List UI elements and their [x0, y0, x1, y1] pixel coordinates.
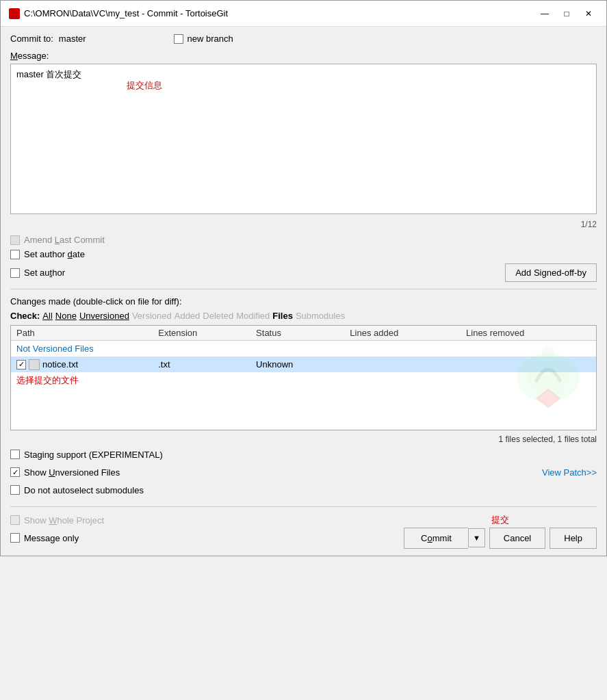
- show-whole-project-checkbox[interactable]: [10, 515, 20, 525]
- help-button[interactable]: Help: [550, 528, 597, 549]
- file-checkbox[interactable]: [16, 360, 26, 370]
- no-autoselect-row: Do not autoselect submodules: [10, 485, 597, 495]
- staging-label[interactable]: Staging support (EXPERIMENTAL): [24, 450, 163, 460]
- message-textarea[interactable]: master 首次提交: [10, 64, 597, 214]
- show-unversioned-label[interactable]: Show Unversioned Files: [24, 467, 120, 478]
- separator-1: [10, 289, 597, 289]
- bottom-right: Commit ▼ Cancel Help: [404, 528, 597, 549]
- file-table: Path Extension Status Lines added Lines …: [11, 326, 596, 430]
- title-bar-left: C:\OMRON\Data\VC\my_test - Commit - Tort…: [9, 8, 228, 19]
- staging-row: Staging support (EXPERIMENTAL): [10, 450, 597, 460]
- file-status: Unknown: [250, 357, 344, 372]
- no-autoselect-label[interactable]: Do not autoselect submodules: [24, 485, 144, 495]
- filter-modified[interactable]: Modified: [236, 311, 270, 321]
- bottom-left: Show Whole Project Message only: [10, 515, 104, 547]
- set-author-date-checkbox[interactable]: [10, 250, 20, 259]
- group-header-label: Not Versioned Files: [11, 341, 596, 357]
- file-extension: .txt: [153, 357, 250, 372]
- show-whole-project-label[interactable]: Show Whole Project: [24, 515, 104, 526]
- show-unversioned-row: Show Unversioned Files: [10, 467, 120, 478]
- check-label: Check:: [10, 311, 40, 321]
- set-author-date-row: Set author date: [10, 249, 85, 259]
- main-window: C:\OMRON\Data\VC\my_test - Commit - Tort…: [0, 0, 607, 556]
- branch-name: master: [59, 34, 86, 44]
- set-author-checkbox[interactable]: [10, 268, 20, 278]
- changes-section: Changes made (double-click on file for d…: [10, 296, 597, 447]
- table-row[interactable]: notice.txt .txt Unknown: [11, 357, 596, 372]
- message-counter: 1/12: [10, 220, 597, 229]
- content-area: Commit to: master new branch Message: ma…: [1, 27, 606, 556]
- commit-btn-group: Commit ▼: [404, 528, 485, 549]
- col-path: Path: [11, 326, 153, 341]
- cancel-button[interactable]: Cancel: [489, 528, 545, 549]
- filter-row: Check: All None Unversioned Versioned Ad…: [10, 311, 597, 321]
- show-unversioned-checkbox[interactable]: [10, 467, 20, 477]
- set-author-row: Set author: [10, 268, 85, 278]
- maximize-button[interactable]: □: [557, 6, 576, 21]
- filter-versioned[interactable]: Versioned: [132, 311, 172, 321]
- col-status: Status: [250, 326, 344, 341]
- new-branch-label: new branch: [188, 34, 233, 44]
- message-only-checkbox[interactable]: [10, 533, 20, 543]
- commit-to-row: Commit to: master new branch: [10, 34, 597, 44]
- group-not-versioned: Not Versioned Files: [11, 341, 596, 357]
- empty-row: [11, 389, 596, 430]
- show-whole-project-row: Show Whole Project: [10, 515, 104, 526]
- message-only-row: Message only: [10, 533, 104, 543]
- message-section: Message: master 首次提交 提交信息 1/12: [10, 51, 597, 229]
- no-autoselect-checkbox[interactable]: [10, 485, 20, 495]
- separator-2: [10, 506, 597, 507]
- file-cell-checkbox-path: notice.txt: [11, 357, 153, 372]
- changes-title: Changes made (double-click on file for d…: [10, 296, 597, 307]
- new-branch-checkbox[interactable]: [174, 34, 183, 44]
- file-annotation: 选择提交的文件: [16, 375, 79, 385]
- staging-checkbox[interactable]: [10, 450, 20, 459]
- bottom-options: Staging support (EXPERIMENTAL) Show Unve…: [10, 450, 597, 500]
- filter-files[interactable]: Files: [272, 311, 293, 321]
- table-header-row: Path Extension Status Lines added Lines …: [11, 326, 596, 341]
- amend-label[interactable]: Amend Last Commit: [24, 235, 105, 245]
- amend-checkbox[interactable]: [10, 235, 20, 245]
- signoff-button[interactable]: Add Signed-off-by: [505, 263, 597, 282]
- annotation-row: 选择提交的文件: [11, 372, 596, 389]
- app-icon: [9, 8, 20, 19]
- file-icon: [29, 359, 40, 370]
- col-lines-removed: Lines removed: [461, 326, 596, 341]
- author-options: Set author date Set author: [10, 249, 85, 282]
- filter-none[interactable]: None: [55, 311, 77, 321]
- title-bar: C:\OMRON\Data\VC\my_test - Commit - Tort…: [1, 1, 606, 27]
- minimize-button[interactable]: —: [535, 6, 554, 21]
- view-patch-link[interactable]: View Patch>>: [542, 467, 597, 478]
- commit-to-label: Commit to:: [10, 34, 53, 44]
- file-lines-added: [344, 357, 461, 372]
- commit-chinese-label: 提交: [491, 514, 509, 526]
- commit-dropdown-button[interactable]: ▼: [468, 528, 485, 547]
- col-extension: Extension: [153, 326, 250, 341]
- window-title: C:\OMRON\Data\VC\my_test - Commit - Tort…: [24, 8, 228, 18]
- close-button[interactable]: ✕: [579, 6, 598, 21]
- commit-button[interactable]: Commit: [404, 528, 468, 549]
- message-label: Message:: [10, 51, 597, 61]
- file-table-container: Path Extension Status Lines added Lines …: [10, 325, 597, 430]
- filter-submodules[interactable]: Submodules: [296, 311, 345, 321]
- files-summary: 1 files selected, 1 files total: [499, 435, 597, 444]
- amend-row: Amend Last Commit: [10, 235, 597, 245]
- new-branch-group: new branch: [174, 34, 233, 44]
- commit-area: 提交 Commit ▼ Cancel Help: [404, 514, 597, 549]
- filter-unversioned[interactable]: Unversioned: [79, 311, 129, 321]
- filter-all[interactable]: All: [42, 311, 52, 321]
- title-bar-controls: — □ ✕: [535, 6, 598, 21]
- bottom-section: Show Whole Project Message only 提交 Commi…: [10, 514, 597, 549]
- set-author-label[interactable]: Set author: [24, 268, 65, 278]
- file-name: notice.txt: [42, 359, 78, 370]
- filter-deleted[interactable]: Deleted: [203, 311, 233, 321]
- set-author-date-label[interactable]: Set author date: [24, 249, 85, 259]
- author-signoff-row: Set author date Set author Add Signed-of…: [10, 249, 597, 282]
- file-lines-removed: [461, 357, 596, 372]
- message-only-label[interactable]: Message only: [24, 533, 79, 543]
- filter-added[interactable]: Added: [175, 311, 201, 321]
- col-lines-added: Lines added: [344, 326, 461, 341]
